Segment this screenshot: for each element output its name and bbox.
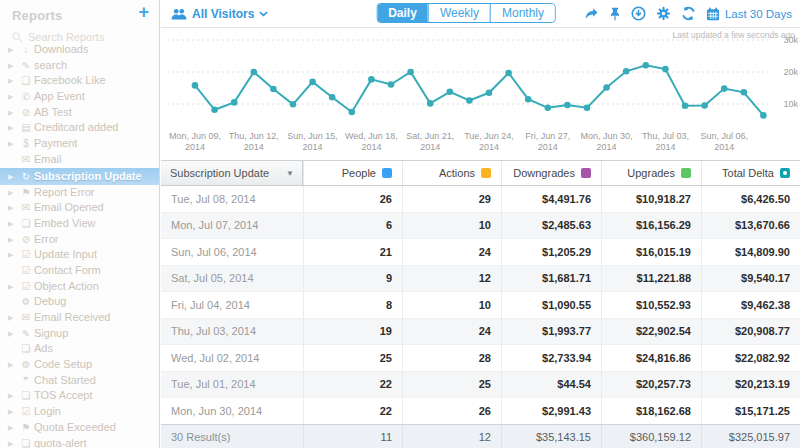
expand-chevron-icon[interactable]: ▶ [8, 326, 18, 342]
period-button-daily[interactable]: Daily [377, 4, 428, 22]
chart-point[interactable] [368, 76, 375, 83]
column-header-downgrades[interactable]: Downgrades [501, 161, 601, 185]
chart-point[interactable] [643, 62, 650, 69]
sidebar-item-update-input[interactable]: ▶☑Update Input [0, 247, 159, 263]
expand-chevron-icon[interactable]: ▶ [8, 357, 18, 373]
sidebar-item-chat-started[interactable]: ❞Chat Started [0, 373, 159, 389]
sidebar-item-quota-alert[interactable]: ▶❏quota-alert [0, 436, 159, 448]
sidebar-item-debug[interactable]: ⚙Debug [0, 294, 159, 310]
expand-chevron-icon[interactable]: ▶ [8, 279, 18, 295]
table-row[interactable]: Mon, Jun 30, 20142226$2,991.43$18,162.68… [161, 398, 800, 425]
refresh-icon[interactable] [681, 6, 696, 21]
expand-chevron-icon[interactable]: ▶ [8, 42, 18, 58]
date-range-picker[interactable]: Last 30 Days [706, 7, 792, 21]
chart-point[interactable] [231, 99, 238, 106]
chart-point[interactable] [486, 90, 493, 97]
sidebar-item-quota-exceeded[interactable]: ▶⚑Quota Exceeded [0, 420, 159, 436]
sidebar-item-tos-accept[interactable]: ▶❏TOS Accept [0, 388, 159, 404]
expand-chevron-icon[interactable]: ▶ [8, 388, 18, 404]
expand-chevron-icon[interactable]: ▶ [8, 404, 18, 420]
share-icon[interactable] [584, 7, 599, 21]
sidebar-item-object-action[interactable]: ▶☑Object Action [0, 279, 159, 295]
expand-chevron-icon[interactable]: ▶ [8, 58, 18, 74]
table-row[interactable]: Tue, Jul 08, 20142629$4,491.76$10,918.27… [161, 186, 800, 213]
expand-chevron-icon[interactable]: ▶ [8, 120, 18, 136]
sidebar-item-app-event[interactable]: ▶✆App Event [0, 89, 159, 105]
chart-point[interactable] [603, 84, 610, 91]
column-header-people[interactable]: People [303, 161, 402, 185]
sidebar-item-downloads[interactable]: ▶↓Downloads [0, 42, 159, 58]
chart-point[interactable] [251, 69, 258, 76]
series-color-swatch[interactable] [481, 168, 491, 178]
expand-chevron-icon[interactable]: ▶ [8, 168, 18, 185]
chart-point[interactable] [760, 112, 767, 119]
sidebar-item-error[interactable]: ▶⊘Error [0, 232, 159, 248]
chart-point[interactable] [270, 86, 277, 93]
period-button-monthly[interactable]: Monthly [490, 4, 555, 22]
table-row[interactable]: Tue, Jul 01, 20142225$44.54$20,257.73$20… [161, 372, 800, 399]
gear-icon[interactable] [656, 6, 671, 21]
chart-point[interactable] [427, 100, 434, 107]
expand-chevron-icon[interactable]: ▶ [8, 232, 18, 248]
sidebar-item-facebook-like[interactable]: ▶❑Facebook Like [0, 73, 159, 89]
expand-chevron-icon[interactable]: ▶ [8, 247, 18, 263]
chart-point[interactable] [721, 85, 728, 92]
expand-chevron-icon[interactable]: ▶ [8, 185, 18, 201]
expand-chevron-icon[interactable]: ▶ [8, 73, 18, 89]
table-row[interactable]: Mon, Jul 07, 2014610$2,485.63$16,156.29$… [161, 213, 800, 240]
expand-chevron-icon[interactable]: ▶ [8, 105, 18, 121]
chart-point[interactable] [290, 101, 297, 108]
series-color-swatch[interactable] [780, 168, 790, 178]
chart-point[interactable] [466, 97, 473, 104]
table-row[interactable]: Sat, Jul 05, 2014912$1,681.71$11,221.88$… [161, 266, 800, 293]
chart-point[interactable] [701, 102, 708, 109]
expand-chevron-icon[interactable]: ▶ [8, 420, 18, 436]
sidebar-item-email-received[interactable]: ▶✉Email Received [0, 310, 159, 326]
sidebar-item-code-setup[interactable]: ▶⚙Code Setup [0, 357, 159, 373]
sidebar-item-subscription-update[interactable]: ▶↻Subscription Update [0, 168, 159, 185]
chart-point[interactable] [623, 68, 630, 75]
sidebar-item-ab-test[interactable]: ▶⊘AB Test [0, 105, 159, 121]
chart-point[interactable] [525, 96, 532, 103]
series-color-swatch[interactable] [382, 168, 392, 178]
chart-point[interactable] [211, 107, 218, 114]
sidebar-item-search[interactable]: ▶✎search [0, 58, 159, 74]
chart-point[interactable] [349, 109, 356, 116]
chart-point[interactable] [662, 66, 669, 73]
sidebar-item-ads[interactable]: ❏Ads [0, 341, 159, 357]
chart-point[interactable] [545, 105, 552, 112]
sidebar-item-signup[interactable]: ▶✎Signup [0, 326, 159, 342]
pin-icon[interactable] [609, 7, 621, 21]
chart-point[interactable] [584, 105, 591, 112]
chart-point[interactable] [407, 69, 414, 76]
series-color-swatch[interactable] [581, 168, 591, 178]
column-header-upgrades[interactable]: Upgrades [601, 161, 701, 185]
sidebar-item-creditcard-added[interactable]: ▶▤Creditcard added [0, 120, 159, 136]
sidebar-item-email-opened[interactable]: ▶✉Email Opened [0, 200, 159, 216]
table-row[interactable]: Fri, Jul 04, 2014810$1,090.55$10,552.93$… [161, 292, 800, 319]
expand-chevron-icon[interactable]: ▶ [8, 310, 18, 326]
chart-point[interactable] [388, 81, 395, 88]
column-header-total-delta[interactable]: Total Delta [701, 161, 800, 185]
column-header-actions[interactable]: Actions [402, 161, 501, 185]
chart-point[interactable] [741, 89, 748, 96]
table-row[interactable]: Wed, Jul 02, 20142528$2,733.94$24,816.86… [161, 345, 800, 372]
chart-point[interactable] [309, 79, 316, 86]
sidebar-item-login[interactable]: ▶☑Login [0, 404, 159, 420]
chart-point[interactable] [329, 94, 336, 101]
add-report-button[interactable]: + [138, 3, 149, 21]
sidebar-item-payment[interactable]: ▶$Payment [0, 136, 159, 152]
sidebar-item-embed-view[interactable]: ▶❏Embed View [0, 216, 159, 232]
event-selector-dropdown[interactable]: Subscription Update ▼ [161, 161, 303, 185]
expand-chevron-icon[interactable]: ▶ [8, 200, 18, 216]
sidebar-item-contact-form[interactable]: ☑Contact Form [0, 263, 159, 279]
download-icon[interactable] [631, 6, 646, 21]
sidebar-item-email[interactable]: ✉Email [0, 152, 159, 168]
series-color-swatch[interactable] [681, 168, 691, 178]
table-row[interactable]: Sun, Jul 06, 20142124$1,205.29$16,015.19… [161, 239, 800, 266]
expand-chevron-icon[interactable]: ▶ [8, 216, 18, 232]
period-button-weekly[interactable]: Weekly [428, 4, 490, 22]
sidebar-item-report-error[interactable]: ▶⚑Report Error [0, 185, 159, 201]
chart-point[interactable] [505, 70, 512, 77]
table-row[interactable]: Thu, Jul 03, 20141924$1,993.77$22,902.54… [161, 319, 800, 346]
